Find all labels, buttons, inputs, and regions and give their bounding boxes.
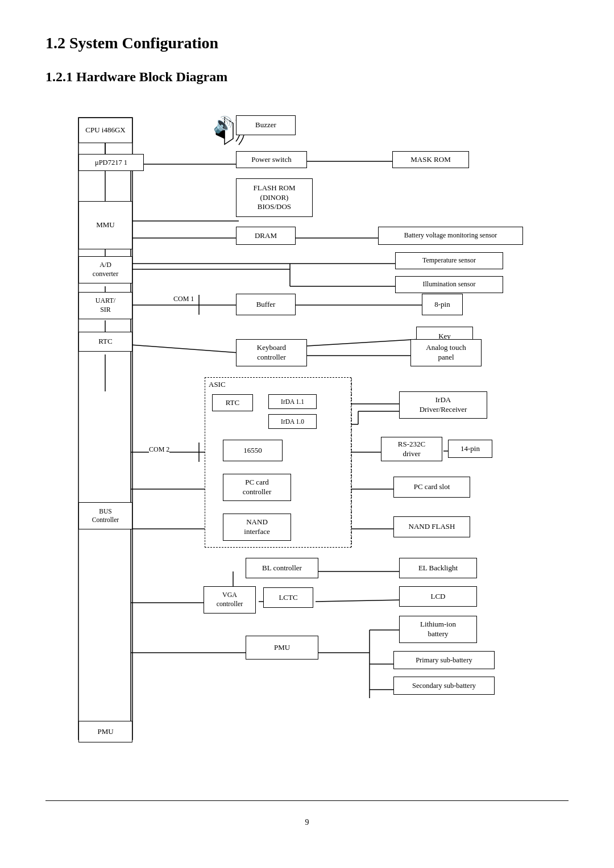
rs232c-box: RS-232Cdriver [381, 437, 442, 461]
vga-controller-box: VGAcontroller [204, 586, 256, 614]
rtc-asic-box: RTC [212, 394, 253, 411]
com2-label: COM 2 [149, 445, 169, 454]
mmu-box: MMU [78, 201, 132, 249]
svg-line-22 [131, 345, 239, 353]
analog-touch-box: Analog touchpanel [410, 339, 482, 366]
pmu-left-box: PMU [78, 721, 132, 742]
ad-converter-box: A/Dconverter [78, 256, 132, 283]
lctc-box: LCTC [263, 587, 313, 608]
16550-box: 16550 [223, 440, 283, 461]
irda-driver-box: IrDADriver/Receiver [399, 391, 487, 419]
bus-controller-box: BUSController [78, 502, 132, 529]
upd7217-box: μPD7217 1 [78, 154, 144, 171]
cpu-box: CPU i486GX [78, 118, 132, 143]
svg-line-45 [316, 600, 404, 602]
dram-box: DRAM [236, 227, 296, 245]
irda11-box: IrDA 1.1 [268, 394, 317, 409]
secondary-sub-battery-box: Secondary sub-battery [393, 677, 495, 695]
speaker-icon: 🔊 [213, 115, 233, 134]
battery-voltage-box: Battery voltage monitoring sensor [378, 227, 523, 245]
el-backlight-box: EL Backlight [399, 558, 477, 578]
com1-label: COM 1 [173, 295, 194, 303]
lcd-box: LCD [399, 586, 477, 607]
primary-sub-battery-box: Primary sub-battery [393, 651, 495, 669]
pmu-box: PMU [246, 636, 318, 660]
pin14-box: 14-pin [448, 440, 492, 458]
bl-controller-box: BL controller [246, 558, 318, 578]
svg-line-23 [307, 339, 421, 346]
irda10-box: IrDA 1.0 [268, 414, 317, 429]
pc-card-controller-box: PC cardcontroller [223, 474, 291, 501]
uart-box: UART/SIR [78, 292, 132, 319]
hardware-block-diagram: CPU i486GX 🔊 μPD7217 1 MMU A/Dconverter … [63, 107, 551, 789]
bottom-rule [45, 800, 569, 801]
section-title: 1.2 System Configuration [45, 34, 569, 52]
nand-interface-box: NANDinterface [223, 514, 291, 541]
buffer-box: Buffer [236, 294, 296, 315]
mask-rom-box: MASK ROM [392, 151, 469, 168]
pin8-box: 8-pin [422, 294, 463, 315]
power-switch-box: Power switch [236, 151, 307, 168]
keyboard-controller-box: Keyboardcontroller [236, 339, 307, 366]
temp-sensor-box: Temperature sensor [395, 252, 503, 269]
page-number: 9 [45, 818, 569, 827]
nand-flash-box: NAND FLASH [393, 516, 470, 537]
lithium-battery-box: Lithium-ionbattery [399, 616, 477, 643]
rtc-left-box: RTC [78, 332, 132, 352]
flash-rom-box: FLASH ROM(DINOR)BIOS/DOS [236, 178, 313, 217]
subsection-title: 1.2.1 Hardware Block Diagram [45, 69, 569, 85]
buzzer-box: Buzzer [236, 115, 296, 135]
illum-sensor-box: Illumination sensor [395, 276, 503, 293]
pc-card-slot-box: PC card slot [393, 477, 470, 498]
